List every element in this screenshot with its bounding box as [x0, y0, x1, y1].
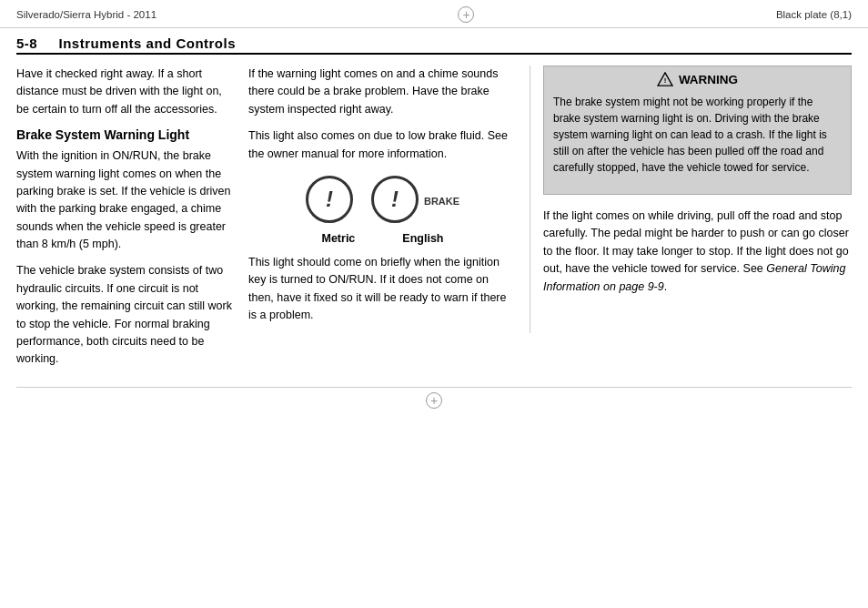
col-left: Have it checked right away. If a short d…: [16, 66, 248, 378]
crosshair-icon: [457, 5, 475, 24]
metric-brake-icon: !: [306, 176, 353, 223]
bottom-crosshair-icon: [425, 391, 443, 410]
col-middle: If the warning light comes on and a chim…: [248, 66, 530, 333]
metric-label: Metric: [322, 232, 356, 245]
brake-english-row: ! BRAKE: [371, 176, 459, 227]
bottom-bar: [16, 387, 852, 413]
warning-header: ! WARNING: [553, 72, 842, 86]
metric-exclaim: !: [326, 188, 333, 210]
body2: The vehicle brake system consists of two…: [16, 262, 236, 368]
lower-end: .: [664, 280, 667, 293]
top-bar: Silverado/Sierra Hybrid - 2011 Black pla…: [0, 0, 868, 28]
section-title: Instruments and Controls: [59, 35, 237, 51]
intro-text: Have it checked right away. If a short d…: [16, 66, 236, 118]
english-brake-icon: !: [371, 176, 419, 223]
brake-icons-area: ! ! BRAKE: [248, 176, 517, 227]
english-label: English: [402, 232, 443, 245]
middle-para3: This light should come on briefly when t…: [248, 254, 517, 325]
brake-label: BRAKE: [424, 196, 459, 207]
svg-text:!: !: [664, 76, 667, 85]
subheading: Brake System Warning Light: [16, 127, 236, 142]
lower-para: If the light comes on while driving, pul…: [543, 208, 852, 296]
page-wrapper: Silverado/Sierra Hybrid - 2011 Black pla…: [0, 0, 868, 608]
metric-icon-group: !: [306, 176, 353, 227]
three-column-layout: Have it checked right away. If a short d…: [16, 66, 852, 378]
warning-label: WARNING: [679, 73, 738, 86]
main-content: 5-8 Instruments and Controls Have it che…: [0, 28, 868, 387]
section-header: 5-8 Instruments and Controls: [16, 35, 852, 55]
header-center: [457, 5, 475, 24]
warning-triangle-icon: !: [657, 72, 673, 86]
english-icon-group: ! BRAKE: [371, 176, 459, 227]
section-number: 5-8: [16, 35, 37, 51]
warning-box: ! WARNING The brake system might not be …: [543, 66, 852, 195]
col-right: ! WARNING The brake system might not be …: [530, 66, 852, 305]
header-right: Black plate (8,1): [776, 9, 852, 20]
header-left: Silverado/Sierra Hybrid - 2011: [16, 9, 156, 20]
warning-body: The brake system might not be working pr…: [553, 94, 842, 176]
middle-para1: If the warning light comes on and a chim…: [248, 66, 517, 118]
middle-para2: This light also comes on due to low brak…: [248, 127, 517, 163]
icons-labels-row: Metric English: [248, 232, 517, 245]
english-exclaim: !: [391, 188, 399, 210]
body1: With the ignition in ON/RUN, the brake s…: [16, 147, 236, 253]
